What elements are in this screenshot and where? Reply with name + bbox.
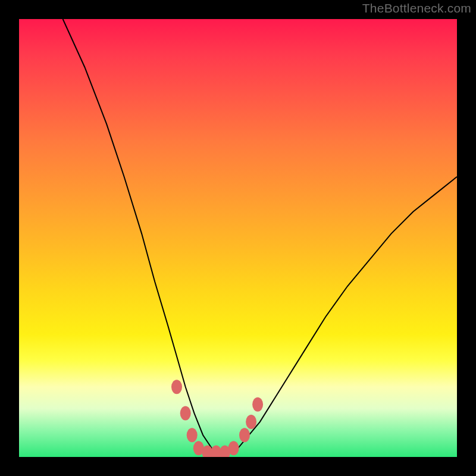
threshold-dot <box>252 397 263 412</box>
threshold-dot <box>187 428 198 442</box>
threshold-dots <box>171 380 263 457</box>
threshold-dot <box>246 415 256 429</box>
threshold-dot <box>239 428 250 442</box>
threshold-dot <box>228 441 239 455</box>
threshold-dot <box>171 380 182 394</box>
chart-svg <box>19 19 457 457</box>
plot-area <box>19 19 457 457</box>
bottleneck-curve-line <box>63 19 457 453</box>
watermark-text: TheBottleneck.com <box>362 1 471 15</box>
chart-frame: TheBottleneck.com <box>0 0 476 476</box>
threshold-dot <box>180 406 191 420</box>
